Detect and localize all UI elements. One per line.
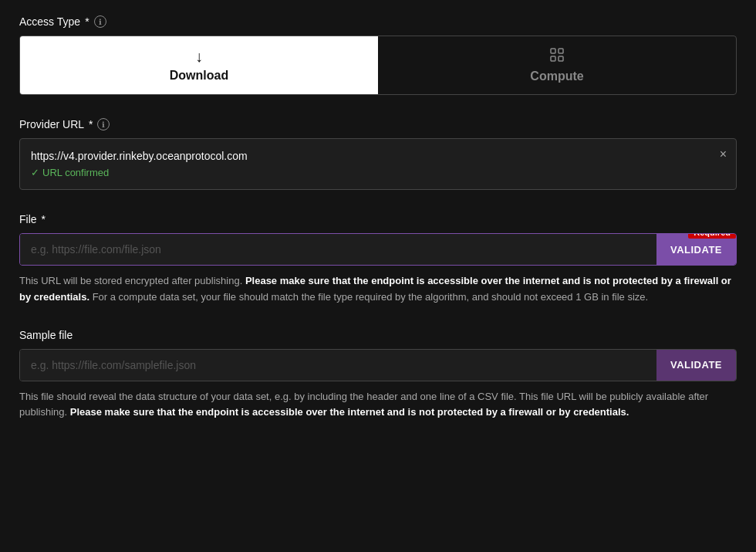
file-validate-button[interactable]: VALIDATE	[656, 234, 736, 265]
compute-icon	[549, 47, 565, 65]
download-tab[interactable]: ↓ Download	[20, 36, 378, 94]
access-type-info-icon[interactable]: ℹ	[94, 15, 106, 28]
provider-url-section: Provider URL * ℹ https://v4.provider.rin…	[19, 118, 737, 190]
compute-tab[interactable]: Compute	[378, 36, 736, 94]
file-hint: This URL will be stored encrypted after …	[19, 273, 737, 306]
file-label: File *	[19, 213, 737, 225]
compute-label: Compute	[530, 69, 583, 83]
sample-file-url-input[interactable]	[20, 350, 656, 381]
sample-validate-button[interactable]: VALIDATE	[656, 350, 736, 381]
provider-url-close-button[interactable]: ×	[720, 148, 727, 161]
sample-file-hint-bold: Please make sure that the endpoint is ac…	[70, 406, 629, 418]
url-confirmed-message: ✓ URL confirmed	[31, 167, 705, 178]
provider-url-info-icon[interactable]: ℹ	[97, 118, 110, 130]
sample-file-label: Sample file	[19, 329, 737, 341]
svg-rect-2	[551, 56, 555, 61]
download-icon: ↓	[195, 49, 203, 64]
sample-file-section: Sample file VALIDATE This file should re…	[19, 329, 737, 422]
file-url-input[interactable]	[20, 234, 656, 265]
required-badge: Required	[688, 233, 736, 239]
provider-url-box: https://v4.provider.rinkeby.oceanprotoco…	[19, 138, 737, 190]
download-label: Download	[170, 69, 228, 83]
sample-file-input-row: VALIDATE	[19, 349, 737, 381]
svg-rect-1	[559, 49, 563, 53]
access-type-label: Access Type * ℹ	[19, 15, 737, 28]
check-icon: ✓	[31, 167, 39, 178]
provider-url-label: Provider URL * ℹ	[19, 118, 737, 130]
file-section: File * VALIDATE Required This URL will b…	[19, 213, 737, 306]
svg-rect-0	[551, 49, 555, 53]
provider-url-value: https://v4.provider.rinkeby.oceanprotoco…	[31, 150, 705, 162]
svg-rect-3	[559, 56, 563, 61]
access-type-toggle: ↓ Download Compute	[19, 36, 737, 95]
sample-file-hint: This file should reveal the data structu…	[19, 389, 737, 422]
file-input-row: VALIDATE Required	[19, 233, 737, 266]
